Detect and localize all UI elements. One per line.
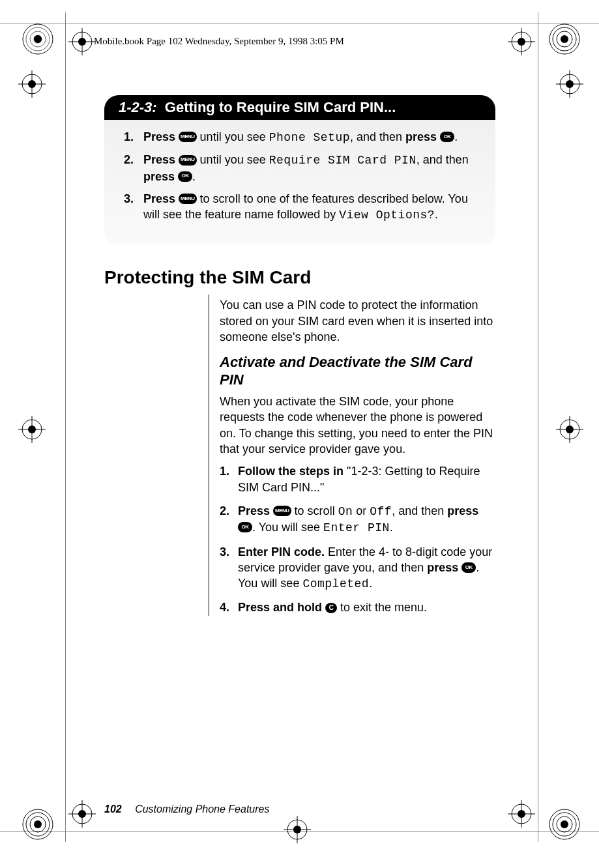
steps-prefix: 1-2-3: [119, 99, 157, 115]
ok-button-icon: OK [238, 522, 252, 532]
subintro-paragraph: When you activate the SIM code, your pho… [220, 394, 495, 457]
chapter-name: Customizing Phone Features [135, 803, 269, 815]
text-bold: Press [143, 130, 179, 143]
menu-button-icon: MENU [179, 155, 197, 166]
crop-tick [65, 832, 66, 842]
section-body: You can use a PIN code to protect the in… [209, 295, 495, 615]
step-number: 2. [124, 152, 143, 167]
crop-tick [538, 12, 538, 23]
text-bold: press [405, 130, 440, 143]
substep-item: 4. Press and hold C to exit the menu. [220, 600, 495, 615]
display-text: Off [370, 505, 392, 518]
display-text: Completed [302, 577, 369, 590]
text-bold: Press [143, 192, 179, 205]
page-content: 1-2-3: Getting to Require SIM Card PIN..… [104, 95, 495, 624]
registration-mark-icon [22, 808, 54, 841]
text-bold: Press and hold [238, 601, 325, 614]
display-text: View Options? [339, 209, 435, 222]
step-number: 1. [124, 129, 143, 145]
crop-tick [65, 12, 66, 23]
svg-point-1 [34, 35, 42, 43]
text: to scroll [291, 504, 338, 517]
text: . [369, 577, 372, 590]
text-bold: press [427, 561, 461, 574]
registration-target-icon [508, 28, 535, 55]
text: . [390, 521, 393, 534]
text: , and then [392, 504, 447, 517]
page-number: 102 [104, 803, 122, 815]
substep-number: 1. [220, 463, 238, 479]
substep-text: Press MENU to scroll On or Off, and then… [238, 503, 495, 536]
substep-text: Follow the steps in "1-2-3: Getting to R… [238, 463, 495, 495]
text: to exit the menu. [337, 601, 427, 614]
text: or [353, 504, 370, 517]
c-button-icon: C [325, 603, 337, 613]
registration-target-icon [556, 416, 583, 443]
registration-target-icon [68, 28, 96, 55]
text-bold: Enter PIN code. [238, 545, 328, 558]
text: , and then [416, 153, 469, 166]
display-text: Enter PIN [323, 521, 390, 534]
menu-button-icon: MENU [273, 506, 291, 516]
step-text: Press MENU until you see Require SIM Car… [143, 152, 476, 184]
registration-target-icon [556, 70, 583, 98]
text: . [454, 130, 458, 143]
text: . [192, 170, 196, 183]
registration-target-icon [284, 816, 311, 843]
step-item: 2. Press MENU until you see Require SIM … [124, 152, 476, 184]
page-footer: 102 Customizing Phone Features [104, 803, 269, 815]
menu-button-icon: MENU [179, 194, 197, 204]
text: . [435, 208, 438, 221]
ok-button-icon: OK [440, 132, 454, 142]
steps-box-title: 1-2-3: Getting to Require SIM Card PIN..… [104, 95, 495, 120]
text: until you see [197, 130, 269, 143]
display-text: Phone Setup [269, 131, 350, 144]
crop-tick [538, 832, 538, 842]
registration-target-icon [508, 800, 535, 828]
text-bold: press [447, 504, 478, 517]
text: , and then [350, 130, 405, 143]
svg-point-9 [34, 820, 42, 828]
step-item: 3. Press MENU to scroll to one of the fe… [124, 191, 476, 224]
substep-text: Press and hold C to exit the menu. [238, 600, 427, 615]
text-bold: press [143, 170, 178, 183]
substep-number: 4. [220, 600, 238, 615]
ok-button-icon: OK [461, 562, 476, 573]
svg-point-13 [561, 820, 568, 828]
registration-mark-icon [548, 808, 581, 841]
intro-paragraph: You can use a PIN code to protect the in… [220, 297, 495, 345]
text: until you see [197, 153, 269, 166]
substep-item: 2. Press MENU to scroll On or Off, and t… [220, 503, 495, 536]
step-item: 1. Press MENU until you see Phone Setup,… [124, 129, 476, 145]
section-heading: Protecting the SIM Card [104, 267, 495, 288]
step-text: Press MENU until you see Phone Setup, an… [143, 129, 458, 145]
steps-title-text: Getting to Require SIM Card PIN... [165, 99, 396, 115]
svg-point-5 [561, 35, 568, 43]
substep-item: 1. Follow the steps in "1-2-3: Getting t… [220, 463, 495, 495]
text-bold: Press [238, 504, 273, 517]
display-text: On [338, 505, 353, 518]
registration-target-icon [68, 800, 96, 828]
text-bold: Follow the steps in [238, 465, 347, 478]
step-number: 3. [124, 191, 143, 207]
text-bold: Press [143, 153, 179, 166]
substep-text: Enter PIN code. Enter the 4- to 8-digit … [238, 544, 495, 592]
substep-number: 2. [220, 503, 238, 519]
display-text: Require SIM Card PIN [269, 154, 416, 167]
substep-item: 3. Enter PIN code. Enter the 4- to 8-dig… [220, 544, 495, 592]
registration-target-icon [18, 70, 46, 98]
text: . You will see [252, 521, 323, 534]
registration-mark-icon [548, 23, 581, 55]
substep-number: 3. [220, 544, 238, 560]
step-text: Press MENU to scroll to one of the featu… [143, 191, 476, 224]
registration-mark-icon [22, 23, 54, 55]
subsection-heading: Activate and Deactivate the SIM Card PIN [220, 354, 495, 388]
menu-button-icon: MENU [179, 132, 197, 142]
steps-box-body: 1. Press MENU until you see Phone Setup,… [104, 120, 495, 244]
page-meta-header: Mobile.book Page 102 Wednesday, Septembe… [94, 36, 344, 47]
ok-button-icon: OK [178, 171, 192, 182]
registration-target-icon [18, 416, 46, 443]
